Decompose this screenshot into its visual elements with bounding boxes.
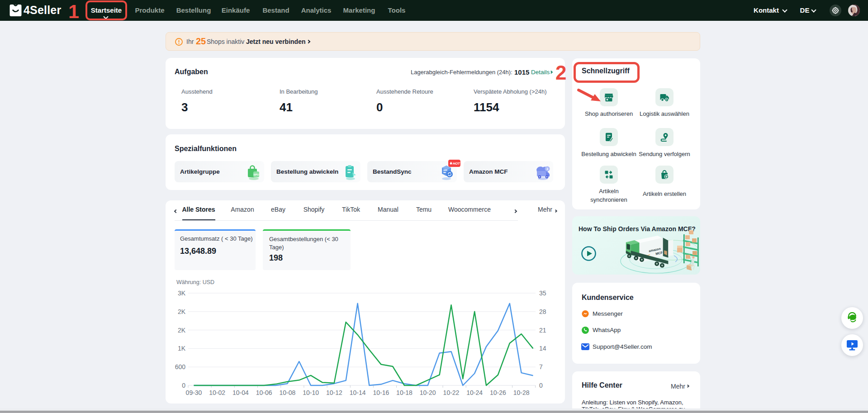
svg-text:10-18: 10-18 <box>396 389 413 396</box>
svg-text:10-28: 10-28 <box>513 389 530 396</box>
svg-text:0: 0 <box>182 382 185 389</box>
svg-text:2K: 2K <box>178 308 186 315</box>
svg-text:600: 600 <box>175 363 186 370</box>
svg-text:3K: 3K <box>178 290 186 297</box>
svg-text:28: 28 <box>539 308 546 315</box>
svg-text:10-26: 10-26 <box>490 389 506 396</box>
svg-text:10-08: 10-08 <box>279 389 295 396</box>
svg-text:09-30: 09-30 <box>186 389 202 396</box>
svg-text:10-24: 10-24 <box>466 389 483 396</box>
svg-text:10-04: 10-04 <box>232 389 249 396</box>
svg-text:35: 35 <box>539 290 546 297</box>
svg-text:1K: 1K <box>178 345 186 352</box>
svg-text:10-14: 10-14 <box>350 389 366 396</box>
svg-text:10-10: 10-10 <box>303 389 319 396</box>
svg-text:3: 3 <box>546 167 548 171</box>
svg-text:SPU: SPU <box>253 173 259 176</box>
svg-text:10-02: 10-02 <box>209 389 225 396</box>
svg-text:10-20: 10-20 <box>420 389 436 396</box>
svg-text:21: 21 <box>539 327 546 334</box>
svg-text:7: 7 <box>539 363 543 370</box>
svg-text:14: 14 <box>539 345 546 352</box>
svg-text:10-22: 10-22 <box>443 389 460 396</box>
svg-text:10-06: 10-06 <box>256 389 272 396</box>
svg-text:10-16: 10-16 <box>373 389 389 396</box>
svg-text:0: 0 <box>539 382 543 389</box>
svg-text:2K: 2K <box>178 327 186 334</box>
svg-text:10-12: 10-12 <box>326 389 342 396</box>
